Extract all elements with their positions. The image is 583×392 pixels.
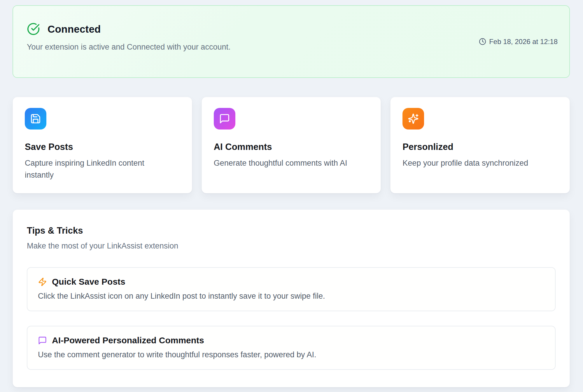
feature-title: Personlized: [402, 142, 558, 152]
feature-description: Generate thoughtful comments with AI: [214, 157, 369, 169]
feature-card-save-posts: Save Posts Capture inspiring LinkedIn co…: [13, 97, 192, 193]
circle-check-icon: [27, 22, 40, 36]
message-square-icon: [214, 108, 235, 130]
tip-title: Quick Save Posts: [52, 277, 125, 287]
connection-status-title: Connected: [48, 23, 101, 35]
feature-cards-row: Save Posts Capture inspiring LinkedIn co…: [13, 97, 570, 193]
connection-status-banner: Connected Your extension is active and C…: [13, 5, 570, 78]
tip-description: Use the comment generator to write thoug…: [38, 350, 545, 359]
feature-description: Capture inspiring LinkedIn content insta…: [25, 157, 160, 181]
tip-ai-powered-comments: AI-Powered Personalized Comments Use the…: [27, 326, 556, 370]
save-icon: [25, 108, 46, 130]
zap-icon: [38, 277, 47, 286]
extension-dashboard: Connected Your extension is active and C…: [0, 0, 583, 392]
tip-description: Click the LinkAssist icon on any LinkedI…: [38, 292, 545, 301]
feature-card-personalized: Personlized Keep your profile data synch…: [390, 97, 570, 193]
tips-section-title: Tips & Tricks: [27, 225, 556, 236]
tip-header: AI-Powered Personalized Comments: [38, 335, 545, 345]
tip-title: AI-Powered Personalized Comments: [52, 335, 204, 345]
timestamp-text: Feb 18, 2026 at 12:18: [489, 38, 558, 46]
tips-section-subtitle: Make the most of your LinkAssist extensi…: [27, 242, 556, 251]
feature-card-ai-comments: AI Comments Generate thoughtful comments…: [202, 97, 381, 193]
connection-status-description: Your extension is active and Connected w…: [27, 43, 558, 52]
tip-quick-save-posts: Quick Save Posts Click the LinkAssist ic…: [27, 267, 556, 311]
sparkles-icon: [402, 108, 424, 130]
clock-icon: [479, 38, 486, 45]
tip-header: Quick Save Posts: [38, 277, 545, 287]
last-sync-timestamp: Feb 18, 2026 at 12:18: [479, 38, 558, 46]
feature-description: Keep your profile data synchronized: [402, 157, 558, 169]
message-square-icon: [38, 336, 47, 345]
feature-title: Save Posts: [25, 142, 180, 152]
banner-header: Connected: [27, 6, 558, 36]
tips-and-tricks-section: Tips & Tricks Make the most of your Link…: [13, 209, 570, 387]
feature-title: AI Comments: [214, 142, 369, 152]
